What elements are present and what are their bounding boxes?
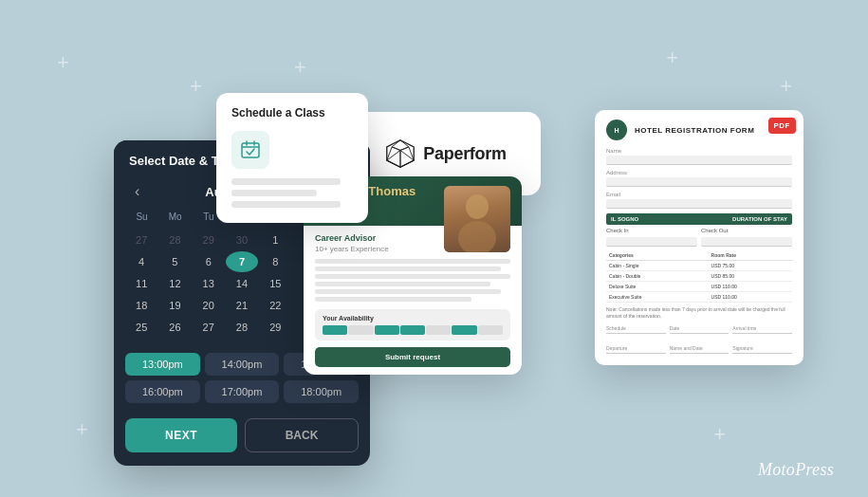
sig-field-6: Signature <box>732 345 792 354</box>
hotel-email-field: Email <box>606 192 792 209</box>
cal-day[interactable]: 5 <box>158 251 191 272</box>
desc-line <box>315 274 510 279</box>
hotel-name-field: Name <box>606 148 792 165</box>
hotel-title: HOTEL REGISTRATION FORM <box>635 126 754 135</box>
hotel-stay-label: IL SOGNO <box>611 216 638 222</box>
sig-field-1: Schedule <box>606 325 666 334</box>
sig-label: Name and Date <box>670 345 729 351</box>
cal-day[interactable]: 14 <box>226 273 258 294</box>
cal-day[interactable]: 27 <box>193 317 225 338</box>
day-mo: Mo <box>158 208 192 226</box>
cal-day[interactable]: 15 <box>259 273 291 294</box>
avail-cell <box>478 325 503 335</box>
motopress-brand: MotoPress <box>758 460 834 480</box>
time-1300[interactable]: 13:00pm <box>125 353 200 376</box>
svg-rect-0 <box>242 143 259 157</box>
desc-line <box>315 297 471 302</box>
hotel-form-card: H HOTEL REGISTRATION FORM PDF Name Addre… <box>595 110 803 365</box>
rate-3: USD 110.00 <box>709 282 792 292</box>
cat-1: Cabin - Single <box>606 261 709 271</box>
line-1 <box>231 178 341 185</box>
cal-day[interactable]: 29 <box>193 230 225 250</box>
col-categories: Categories <box>606 250 709 261</box>
pdf-badge: PDF <box>768 118 797 134</box>
cal-day[interactable]: 6 <box>193 251 225 272</box>
cal-day-today[interactable]: 7 <box>226 251 258 272</box>
day-su: Su <box>125 208 158 226</box>
cal-day[interactable]: 22 <box>259 295 291 316</box>
main-scene: + + + + + + + Select Date & Time ‹ Augus… <box>0 0 868 497</box>
cat-3: Deluxe Suite <box>606 282 709 292</box>
avail-cell <box>348 325 373 335</box>
cal-day[interactable]: 4 <box>125 251 157 272</box>
sig-line <box>670 353 729 354</box>
table-row: Deluxe Suite USD 110.00 <box>606 282 792 292</box>
line-3 <box>231 201 341 208</box>
cal-day[interactable]: 13 <box>193 273 225 294</box>
cal-day[interactable]: 28 <box>158 230 191 250</box>
checkin-field[interactable] <box>606 237 697 247</box>
table-row: Executive Suite USD 110.00 <box>606 292 792 303</box>
avail-cell <box>375 325 399 335</box>
calendar-prev-btn[interactable]: ‹ <box>129 181 145 202</box>
deco-plus-7: + <box>294 57 306 78</box>
checkin-label: Check In <box>606 228 697 233</box>
hotel-duration-label: DURATION OF STAY <box>732 216 787 222</box>
cat-2: Cabin - Double <box>606 271 709 282</box>
checkout-field[interactable] <box>701 237 792 247</box>
availability-grid <box>323 325 503 335</box>
profile-description <box>315 259 510 302</box>
next-button[interactable]: NEXT <box>125 418 237 452</box>
sig-label: Date <box>670 325 729 331</box>
profile-photo-bg <box>444 186 510 252</box>
cal-day[interactable]: 29 <box>259 317 291 338</box>
desc-line <box>315 267 501 271</box>
avail-cell <box>400 325 425 335</box>
time-1700[interactable]: 17:00pm <box>205 380 280 403</box>
hotel-email-label: Email <box>606 192 792 197</box>
availability-title: Your Availability <box>323 315 503 322</box>
cal-day[interactable]: 8 <box>259 251 291 272</box>
rate-1: USD 75.00 <box>709 261 792 271</box>
time-1600[interactable]: 16:00pm <box>125 380 200 403</box>
table-row: Cabin - Single USD 75.00 <box>606 261 792 271</box>
col-room-rate: Room Rate <box>709 250 792 261</box>
cal-day[interactable]: 19 <box>158 295 191 316</box>
sig-field-3: Arrival time <box>732 325 792 334</box>
person-silhouette-icon <box>444 186 510 252</box>
paperform-name: Paperform <box>423 144 506 164</box>
hotel-address-input[interactable] <box>606 177 792 187</box>
hotel-email-input[interactable] <box>606 199 792 209</box>
rate-2: USD 85.00 <box>709 271 792 282</box>
cal-day[interactable]: 21 <box>226 295 258 316</box>
cal-day[interactable]: 30 <box>226 230 258 250</box>
profile-availability: Your Availability <box>315 309 510 341</box>
time-1800[interactable]: 18:00pm <box>284 380 359 403</box>
time-1400[interactable]: 14:00pm <box>205 353 280 376</box>
cal-day[interactable]: 27 <box>125 230 157 250</box>
sig-field-4: Departure <box>606 345 666 354</box>
deco-plus-4: + <box>780 76 792 97</box>
calendar-actions: NEXT BACK <box>114 411 370 466</box>
cal-day[interactable]: 20 <box>193 295 225 316</box>
desc-line <box>315 259 510 264</box>
cal-day[interactable]: 1 <box>259 230 291 250</box>
deco-plus-3: + <box>666 47 678 68</box>
cal-day[interactable]: 18 <box>125 295 157 316</box>
submit-request-button[interactable]: Submit request <box>315 347 510 367</box>
hotel-name-input[interactable] <box>606 156 792 165</box>
table-row: Cabin - Double USD 85.00 <box>606 271 792 282</box>
cal-day[interactable]: 25 <box>125 317 157 338</box>
schedule-card: Schedule a Class <box>216 93 368 223</box>
cal-day[interactable]: 12 <box>158 273 191 294</box>
back-button[interactable]: BACK <box>245 418 359 452</box>
cal-day[interactable]: 11 <box>125 273 157 294</box>
sig-label: Departure <box>606 345 666 351</box>
hotel-address-field: Address <box>606 170 792 187</box>
cal-day[interactable]: 26 <box>158 317 191 338</box>
sig-line <box>732 333 792 334</box>
sig-label: Signature <box>732 345 792 351</box>
sig-line <box>606 333 666 334</box>
hotel-logo-icon: H <box>606 120 627 140</box>
cal-day[interactable]: 28 <box>226 317 258 338</box>
